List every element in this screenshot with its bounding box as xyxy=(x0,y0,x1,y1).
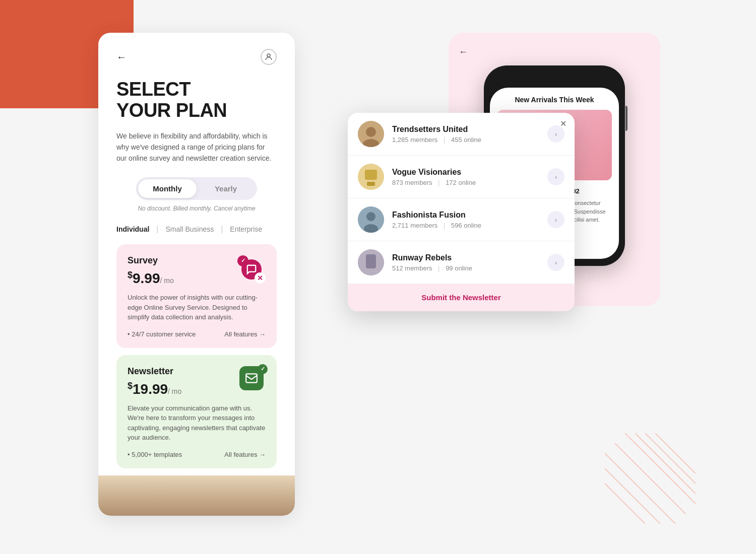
phone-notch xyxy=(532,73,577,84)
newsletter-card-desc: Elevate your communication game with us.… xyxy=(128,403,266,443)
submit-newsletter-bar: Submit the Newsletter xyxy=(348,284,575,311)
monthly-toggle[interactable]: Monthly xyxy=(138,179,197,198)
community-stats-trendsetters: 1,285 members | 455 online xyxy=(392,136,539,144)
svg-line-7 xyxy=(655,433,696,473)
page-title: SELECT YOUR PLAN xyxy=(116,79,277,121)
svg-rect-15 xyxy=(367,182,375,186)
tab-individual[interactable]: Individual xyxy=(116,223,149,235)
svg-rect-20 xyxy=(366,254,376,268)
newsletter-card-price: $19.99/ mo xyxy=(128,381,181,397)
fashion-phone-panel: ← New Arrivals This Week 🤚 Best Sales Au… xyxy=(449,33,660,306)
community-avatar-trendsetters xyxy=(358,121,384,147)
diagonal-lines-decoration xyxy=(605,433,696,524)
phone-screen-title: New Arrivals This Week xyxy=(497,96,612,104)
community-item-fashionista: Fashionista Fusion 2,711 members | 596 o… xyxy=(348,198,575,241)
bottom-image xyxy=(98,475,295,516)
survey-icon: ✓ ✕ xyxy=(237,255,266,284)
newsletter-card-name: Newsletter xyxy=(128,366,181,377)
community-item-runway: Runway Rebels 512 members | 99 online › xyxy=(348,241,575,284)
user-icon[interactable] xyxy=(261,49,277,65)
community-stats-fashionista: 2,711 members | 596 online xyxy=(392,222,539,229)
community-avatar-vogue xyxy=(358,164,384,190)
plan-type-tabs: Individual | Small Business | Enterprise xyxy=(116,223,277,235)
back-button[interactable]: ← xyxy=(116,51,127,63)
community-item-vogue: Vogue Visionaries 873 members | 172 onli… xyxy=(348,156,575,198)
svg-rect-9 xyxy=(246,374,257,382)
svg-rect-14 xyxy=(365,170,377,180)
tab-small-business[interactable]: Small Business xyxy=(166,223,214,235)
community-arrow-vogue[interactable]: › xyxy=(547,168,564,185)
phone-side-button xyxy=(625,106,627,131)
tab-enterprise[interactable]: Enterprise xyxy=(230,223,262,235)
panel-nav: ← xyxy=(116,49,277,65)
pricing-panel: ← SELECT YOUR PLAN We believe in flexibi… xyxy=(98,33,295,516)
billing-toggle: Monthly Yearly xyxy=(136,177,257,200)
survey-all-features-link[interactable]: All features → xyxy=(224,330,266,338)
community-name-trendsetters: Trendsetters United xyxy=(392,125,539,134)
svg-line-4 xyxy=(605,483,645,524)
community-name-vogue: Vogue Visionaries xyxy=(392,168,539,177)
survey-card-price: $9.99/ mo xyxy=(128,270,174,287)
svg-line-3 xyxy=(605,468,660,524)
community-stats-runway: 512 members | 99 online xyxy=(392,264,539,272)
survey-card-desc: Unlock the power of insights with our cu… xyxy=(128,293,266,322)
community-popup: ✕ Trendsetters United 1,285 members | 45… xyxy=(348,113,575,311)
community-name-fashionista: Fashionista Fusion xyxy=(392,211,539,220)
community-avatar-runway xyxy=(358,249,384,275)
svg-point-8 xyxy=(267,54,270,57)
svg-point-11 xyxy=(366,127,376,137)
svg-line-2 xyxy=(625,433,696,504)
newsletter-icon: ✓ xyxy=(239,366,266,392)
community-name-runway: Runway Rebels xyxy=(392,253,539,262)
community-arrow-fashionista[interactable]: › xyxy=(547,211,564,228)
community-avatar-fashionista xyxy=(358,206,384,233)
billing-note: No discount. Billed monthly. Cancel anyt… xyxy=(116,205,277,212)
svg-line-0 xyxy=(605,453,675,524)
submit-newsletter-button[interactable]: Submit the Newsletter xyxy=(421,293,501,302)
newsletter-card: Newsletter $19.99/ mo ✓ Elevate your com… xyxy=(116,355,277,468)
svg-point-17 xyxy=(366,212,375,221)
newsletter-card-feature: 5,000+ templates xyxy=(128,451,182,458)
plan-description: We believe in flexibility and affordabil… xyxy=(116,130,277,164)
popup-close-button[interactable]: ✕ xyxy=(560,119,566,128)
right-panel-nav: ← xyxy=(459,47,650,57)
survey-card-feature: 24/7 customer service xyxy=(128,330,196,338)
community-stats-vogue: 873 members | 172 online xyxy=(392,179,539,186)
right-back-button[interactable]: ← xyxy=(459,47,468,57)
survey-card-name: Survey xyxy=(128,255,174,266)
survey-card: Survey $9.99/ mo ✓ ✕ Unlock the power of… xyxy=(116,244,277,348)
newsletter-all-features-link[interactable]: All features → xyxy=(224,451,266,458)
svg-line-6 xyxy=(645,433,696,483)
community-arrow-runway[interactable]: › xyxy=(547,254,564,271)
community-item-trendsetters: Trendsetters United 1,285 members | 455 … xyxy=(348,113,575,156)
svg-line-1 xyxy=(615,443,685,514)
svg-line-5 xyxy=(635,433,696,494)
yearly-toggle[interactable]: Yearly xyxy=(197,179,255,198)
